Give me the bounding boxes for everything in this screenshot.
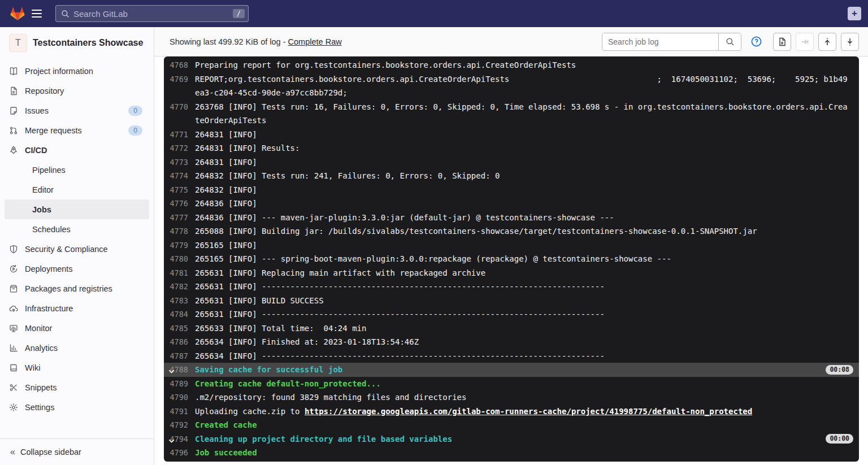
jump-to-failure-button[interactable] <box>796 33 814 51</box>
new-menu-button[interactable]: + <box>848 7 861 20</box>
log-line-number[interactable]: 4790 <box>170 393 188 402</box>
sidebar-item-label: Wiki <box>25 363 40 372</box>
log-line: 4794Cleaning up project directory and fi… <box>164 432 859 446</box>
log-line: 4777264836 [INFO] --- maven-jar-plugin:3… <box>164 211 859 225</box>
log-line-number[interactable]: 4776 <box>170 199 188 208</box>
log-line-number[interactable]: 4779 <box>170 241 188 250</box>
log-line: 4786265634 [INFO] Finished at: 2023-01-1… <box>164 335 859 349</box>
sidebar-item-ci-cd[interactable]: CI/CD <box>5 140 149 160</box>
log-line-text: 264831 [INFO] <box>195 155 859 170</box>
log-line-number[interactable]: 4768 <box>170 60 188 69</box>
log-line-text: Creating cache default-non_protected... <box>195 377 859 391</box>
sidebar-item-project-information[interactable]: Project information <box>5 61 149 81</box>
log-line: 4778265088 [INFO] Building jar: /builds/… <box>164 224 859 238</box>
log-line: 4771264831 [INFO] <box>164 128 859 142</box>
sidebar-item-schedules[interactable]: Schedules <box>5 219 149 239</box>
sidebar-item-editor[interactable]: Editor <box>5 180 149 199</box>
sidebar-item-packages-and-registries[interactable]: Packages and registries <box>5 279 149 298</box>
log-line-text: Uploading cache.zip to https://storage.g… <box>195 405 859 419</box>
deployments-icon <box>9 264 18 273</box>
log-line-number[interactable]: 4796 <box>170 448 188 457</box>
sidebar-item-issues[interactable]: Issues0 <box>5 101 149 120</box>
log-line: 4789Creating cache default-non_protected… <box>164 377 859 391</box>
sidebar-item-jobs[interactable]: Jobs <box>5 199 149 219</box>
log-line-number[interactable]: 4772 <box>170 144 188 153</box>
job-log-page: Showing last 499.92 KiB of log - Complet… <box>154 27 868 465</box>
sidebar-item-label: Monitor <box>25 324 52 333</box>
log-line-number[interactable]: 4769 <box>170 75 188 84</box>
sidebar-item-analytics[interactable]: Analytics <box>5 338 149 358</box>
log-line: 4788Saving cache for successful job00:08 <box>164 363 859 377</box>
scroll-to-top-button[interactable] <box>818 33 836 51</box>
log-search-help-icon[interactable] <box>747 33 765 51</box>
log-line-number[interactable]: 4777 <box>170 213 188 222</box>
log-line-text: 265631 [INFO] --------------------------… <box>195 280 859 294</box>
sidebar-item-label: Deployments <box>25 264 73 273</box>
log-line-number[interactable]: 4773 <box>170 158 188 167</box>
sidebar-item-wiki[interactable]: Wiki <box>5 358 149 377</box>
sidebar-item-pipelines[interactable]: Pipelines <box>5 160 149 180</box>
complete-raw-link[interactable]: Complete Raw <box>288 37 342 46</box>
cache-upload-link[interactable]: https://storage.googleapis.com/gitlab-co… <box>305 407 752 416</box>
sidebar-item-monitor[interactable]: Monitor <box>5 318 149 338</box>
hamburger-menu-icon[interactable] <box>32 6 47 21</box>
sidebar-item-snippets[interactable]: Snippets <box>5 377 149 397</box>
sidebar-item-label: Pipelines <box>32 166 66 175</box>
sidebar-item-repository[interactable]: Repository <box>5 81 149 101</box>
gitlab-logo-icon[interactable] <box>9 5 26 22</box>
log-line-number[interactable]: 4784 <box>170 310 188 319</box>
log-line-text: 264836 [INFO] <box>195 197 859 211</box>
log-line-number[interactable]: 4781 <box>170 268 188 277</box>
log-line: 4785265633 [INFO] Total time: 04:24 min <box>164 321 859 336</box>
log-line-number[interactable]: 4792 <box>170 420 188 429</box>
log-line: 4772264831 [INFO] Results: <box>164 141 859 155</box>
wiki-icon <box>9 363 18 372</box>
log-line: 4768Preparing report for org.testcontain… <box>164 58 859 72</box>
collapse-sidebar-button[interactable]: « Collapse sidebar <box>0 438 154 465</box>
sidebar-item-merge-requests[interactable]: Merge requests0 <box>5 120 149 140</box>
section-duration-badge: 00:08 <box>826 365 853 375</box>
log-line-number[interactable]: 4789 <box>170 379 188 388</box>
count-badge: 0 <box>128 106 142 116</box>
log-line-number[interactable]: 4775 <box>170 185 188 194</box>
log-line-number[interactable]: 4780 <box>170 254 188 263</box>
log-line-text: 265165 [INFO] <box>195 238 859 253</box>
log-line-text: 265633 [INFO] Total time: 04:24 min <box>195 321 859 336</box>
scroll-to-bottom-button[interactable] <box>841 33 859 51</box>
log-line-number[interactable]: 4791 <box>170 407 188 416</box>
show-raw-button[interactable] <box>773 33 791 51</box>
log-line-text: 265631 [INFO] --------------------------… <box>195 307 859 321</box>
log-line-number[interactable]: 4787 <box>170 351 188 360</box>
sidebar-item-label: Editor <box>32 185 54 194</box>
global-search-input[interactable]: Search GitLab / <box>55 5 249 22</box>
log-line-number[interactable]: 4771 <box>170 130 188 139</box>
analytics-icon <box>9 344 18 353</box>
project-context-header[interactable]: T Testcontainers Showcase <box>0 27 154 58</box>
job-log-search-input[interactable] <box>602 33 718 50</box>
log-line-number[interactable]: 4783 <box>170 296 188 305</box>
log-line-text: 265165 [INFO] --- spring-boot-maven-plug… <box>195 252 859 266</box>
sidebar-item-infrastructure[interactable]: Infrastructure <box>5 298 149 318</box>
log-section-header-text[interactable]: Cleaning up project directory and file b… <box>195 432 821 446</box>
log-line: 4774264832 [INFO] Tests run: 241, Failur… <box>164 169 859 183</box>
monitor-icon <box>9 324 18 333</box>
sidebar-item-settings[interactable]: Settings <box>5 397 149 417</box>
global-search-placeholder: Search GitLab <box>73 9 233 19</box>
sidebar-item-deployments[interactable]: Deployments <box>5 259 149 279</box>
job-log-output: 4768Preparing report for org.testcontain… <box>164 57 859 462</box>
log-line-text: 265634 [INFO] Finished at: 2023-01-18T13… <box>195 335 859 349</box>
log-line: 4783265631 [INFO] BUILD SUCCESS <box>164 294 859 308</box>
log-line-number[interactable]: 4778 <box>170 227 188 236</box>
sidebar-item-security-compliance[interactable]: Security & Compliance <box>5 239 149 259</box>
log-section-header-text[interactable]: Saving cache for successful job <box>195 363 821 377</box>
log-line-number[interactable]: 4770 <box>170 102 188 111</box>
log-line-number[interactable]: 4786 <box>170 337 188 346</box>
sidebar-item-label: Infrastructure <box>25 304 73 313</box>
search-shortcut-key: / <box>233 9 245 18</box>
log-line-number[interactable]: 4774 <box>170 171 188 180</box>
job-log-search-button[interactable] <box>718 33 741 50</box>
log-line-number[interactable]: 4782 <box>170 282 188 291</box>
log-line-text: 264832 [INFO] Tests run: 241, Failures: … <box>195 169 859 183</box>
log-line-text: 265088 [INFO] Building jar: /builds/siva… <box>195 224 859 238</box>
log-line-number[interactable]: 4785 <box>170 324 188 333</box>
